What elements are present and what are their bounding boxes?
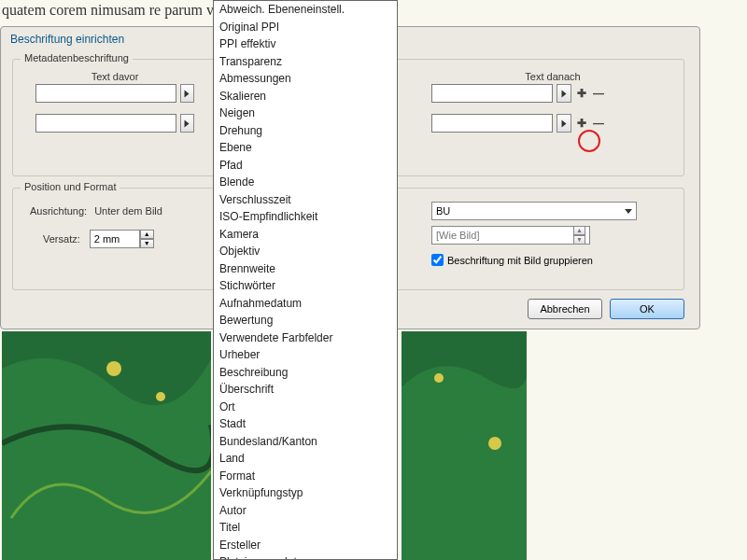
dropdown-item[interactable]: Beschreibung — [214, 364, 397, 382]
placed-image-left — [2, 331, 211, 560]
text-before-menu-2[interactable] — [180, 114, 194, 133]
group-with-image-input[interactable] — [431, 254, 444, 266]
offset-down[interactable]: ▼ — [140, 239, 154, 248]
dropdown-item[interactable]: Abweich. Ebeneneinstell. — [214, 1, 397, 19]
dropdown-item[interactable]: Aufnahmedatum — [214, 295, 397, 313]
dropdown-item[interactable]: Blende — [214, 174, 397, 191]
dropdown-item[interactable]: Brennweite — [214, 260, 397, 278]
dropdown-item[interactable]: ISO-Empfindlichkeit — [214, 208, 397, 226]
remove-row-button-1[interactable]: — — [592, 87, 605, 100]
dropdown-item[interactable]: Ebene — [214, 139, 397, 157]
dropdown-item[interactable]: Autor — [214, 502, 397, 520]
text-after-input-2[interactable] — [431, 114, 553, 133]
dropdown-item[interactable]: Überschrift — [214, 381, 397, 399]
dropdown-item[interactable]: Stadt — [214, 415, 397, 433]
svg-point-2 — [106, 361, 121, 376]
text-after-input-1[interactable] — [431, 84, 553, 103]
dropdown-item[interactable]: Abmessungen — [214, 70, 397, 88]
dropdown-item[interactable]: Format — [214, 468, 397, 485]
text-after-menu-1[interactable] — [557, 84, 571, 103]
dropdown-item[interactable]: Skalieren — [214, 88, 397, 105]
offset-input[interactable] — [90, 230, 140, 248]
svg-point-7 — [434, 373, 444, 383]
dropdown-item[interactable]: Pfad — [214, 157, 397, 175]
dropdown-item[interactable]: Transparenz — [214, 53, 397, 71]
dropdown-item[interactable]: Bundesland/Kanton — [214, 433, 397, 451]
dropdown-item[interactable]: Neigen — [214, 105, 397, 122]
text-after-label: Text danach — [431, 71, 674, 82]
dropdown-item[interactable]: PPI effektiv — [214, 35, 397, 53]
dropdown-item[interactable]: Verwendete Farbfelder — [214, 329, 397, 347]
offset-spinner[interactable]: ▲▼ — [90, 230, 154, 248]
text-before-menu-1[interactable] — [180, 84, 194, 103]
dropdown-item[interactable]: Stichwörter — [214, 277, 397, 295]
dropdown-item[interactable]: Ersteller — [214, 537, 397, 554]
dropdown-item[interactable]: Verknüpfungstyp — [214, 484, 397, 502]
ok-button[interactable]: OK — [610, 299, 684, 319]
text-before-input-1[interactable] — [35, 84, 176, 103]
text-before-label: Text davor — [35, 71, 194, 82]
dropdown-item[interactable]: Bewertung — [214, 312, 397, 329]
placed-image-right — [402, 331, 527, 560]
text-before-input-2[interactable] — [35, 114, 176, 133]
remove-row-button-2[interactable]: — — [592, 117, 605, 130]
dropdown-item[interactable]: Urheber — [214, 346, 397, 364]
svg-point-3 — [156, 392, 165, 401]
offset-label: Versatz: — [43, 233, 80, 245]
dropdown-item[interactable]: Verschlusszeit — [214, 191, 397, 209]
paragraph-style-value: BU — [436, 205, 450, 217]
dropdown-item[interactable]: Titel — [214, 519, 397, 537]
layer-select[interactable]: [Wie Bild] ▲▼ — [431, 226, 590, 245]
dropdown-item[interactable]: Objektiv — [214, 243, 397, 260]
group-with-image-label: Beschriftung mit Bild gruppieren — [447, 255, 593, 266]
text-after-menu-2[interactable] — [557, 114, 571, 133]
dropdown-item[interactable]: Ort — [214, 399, 397, 416]
dropdown-item[interactable]: Original PPI — [214, 19, 397, 36]
dropdown-item[interactable]: Drehung — [214, 122, 397, 140]
cancel-button[interactable]: Abbrechen — [528, 299, 602, 319]
add-row-button-2[interactable]: ✚ — [575, 117, 588, 130]
dropdown-item[interactable]: Land — [214, 450, 397, 468]
position-group-label: Position und Format — [21, 181, 120, 192]
alignment-value: Unter dem Bild — [94, 205, 162, 217]
layer-value: [Wie Bild] — [436, 230, 479, 241]
paragraph-style-select[interactable]: BU — [431, 202, 637, 220]
dropdown-item[interactable]: Platzierungsdatum — [214, 553, 397, 560]
svg-point-6 — [488, 437, 501, 450]
group-with-image-checkbox[interactable]: Beschriftung mit Bild gruppieren — [431, 254, 665, 266]
metadata-group-label: Metadatenbeschriftung — [21, 52, 133, 63]
alignment-label: Ausrichtung: — [30, 205, 87, 217]
add-row-button-1[interactable]: ✚ — [575, 87, 588, 100]
offset-up[interactable]: ▲ — [140, 230, 154, 239]
metadata-dropdown-list[interactable]: Abweich. Ebeneneinstell.Original PPIPPI … — [213, 0, 398, 560]
dropdown-item[interactable]: Kamera — [214, 226, 397, 244]
